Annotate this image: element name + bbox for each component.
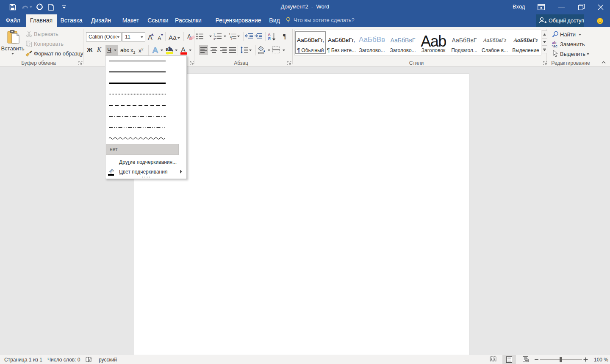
svg-text:ac: ac (553, 44, 557, 48)
svg-text:А: А (181, 46, 186, 53)
svg-text:Я: Я (268, 36, 271, 41)
svg-text:i: i (231, 37, 232, 40)
svg-text:3: 3 (214, 38, 215, 40)
